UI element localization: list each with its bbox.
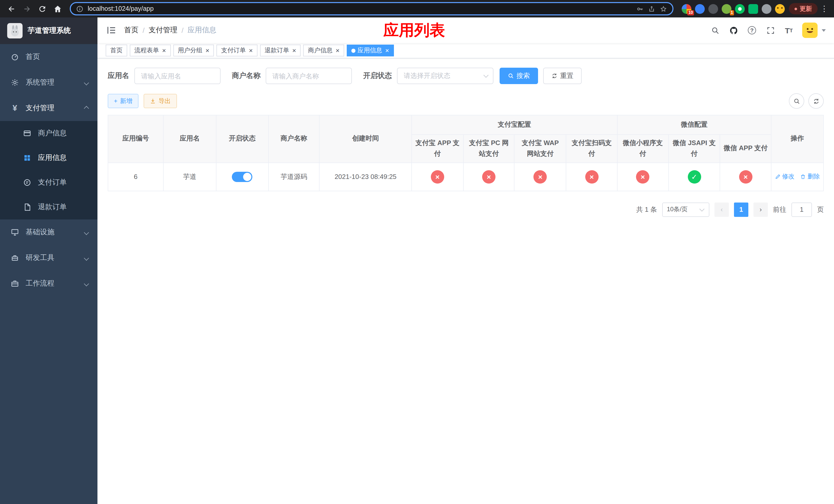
- help-icon[interactable]: ?: [747, 25, 757, 36]
- browser-chrome: localhost:1024/pay/app 10 1 更新 ⋮: [0, 0, 834, 18]
- bookmark-star-icon[interactable]: [660, 5, 667, 13]
- avatar[interactable]: [802, 23, 818, 38]
- tab-app-info[interactable]: 应用信息×: [347, 45, 394, 56]
- chevron-down-icon: [84, 230, 89, 235]
- app-title: 芋道管理系统: [28, 26, 71, 36]
- extension-wechat-icon[interactable]: [735, 4, 745, 14]
- extension-dark-icon[interactable]: [708, 4, 718, 14]
- tab-close-icon[interactable]: ×: [205, 47, 209, 54]
- sidebar-item-pay-order[interactable]: 支付订单: [0, 170, 97, 195]
- tab-close-icon[interactable]: ×: [249, 47, 253, 54]
- font-size-icon[interactable]: TT: [784, 25, 794, 36]
- sidebar-collapse-icon[interactable]: [106, 25, 117, 36]
- export-button[interactable]: 导出: [144, 94, 177, 108]
- breadcrumb-home[interactable]: 首页: [124, 26, 138, 35]
- extension-green-square-icon[interactable]: [748, 4, 758, 14]
- col-header-created: 创建时间: [320, 115, 412, 162]
- gear-icon: [10, 78, 20, 87]
- extension-drop-icon[interactable]: [695, 4, 705, 14]
- browser-update-button[interactable]: 更新: [789, 3, 818, 14]
- share-icon[interactable]: [648, 5, 656, 13]
- extension-avocado-icon[interactable]: 1: [722, 4, 731, 14]
- toggle-search-button[interactable]: [789, 93, 804, 109]
- config-status-icon: [687, 170, 701, 183]
- search-icon: [793, 98, 800, 104]
- extension-face-icon[interactable]: [775, 4, 785, 14]
- browser-home-button[interactable]: [50, 2, 65, 16]
- browser-forward-button[interactable]: [20, 2, 34, 16]
- tab-home[interactable]: 首页: [106, 45, 127, 56]
- col-header-alipay-app: 支付宝 APP 支付: [412, 135, 463, 162]
- cell-wx-app: [720, 162, 771, 191]
- status-select[interactable]: 请选择开启状态: [397, 68, 493, 84]
- page-size-select[interactable]: 10条/页: [662, 202, 709, 216]
- app-table: 应用编号 应用名 开启状态 商户名称 创建时间 支付宝配置 微信配置 操作 支付…: [108, 115, 824, 191]
- delete-button[interactable]: 删除: [800, 172, 820, 181]
- cell-alipay-wap: [514, 162, 566, 191]
- search-button[interactable]: 搜索: [500, 68, 538, 84]
- status-switch[interactable]: [232, 171, 253, 182]
- app-name-label: 应用名: [108, 71, 129, 81]
- next-page-button[interactable]: ›: [753, 202, 768, 216]
- config-status-icon: [534, 170, 547, 183]
- sidebar-item-pay[interactable]: ¥ 支付管理: [0, 95, 97, 121]
- browser-menu-icon[interactable]: ⋮: [819, 4, 830, 13]
- app-logo[interactable]: 芋道管理系统: [0, 18, 97, 44]
- plus-icon: +: [114, 97, 117, 105]
- password-key-icon[interactable]: [636, 5, 644, 13]
- col-header-status: 开启状态: [216, 115, 268, 162]
- merchant-name-input[interactable]: [266, 68, 352, 84]
- fullscreen-icon[interactable]: [765, 25, 775, 36]
- tab-user-group[interactable]: 用户分组×: [173, 45, 214, 56]
- browser-back-button[interactable]: [4, 2, 19, 16]
- add-button[interactable]: + 新增: [108, 94, 138, 108]
- chevron-down-icon[interactable]: [822, 29, 826, 31]
- tab-refund-order[interactable]: 退款订单×: [260, 45, 301, 56]
- sidebar-item-merchant-info[interactable]: 商户信息: [0, 121, 97, 145]
- update-dot-icon: [794, 7, 797, 10]
- col-header-id: 应用编号: [108, 115, 163, 162]
- sidebar-item-app-info[interactable]: 应用信息: [0, 145, 97, 170]
- logo-avatar: [7, 23, 23, 39]
- extension-puzzle-icon[interactable]: [762, 4, 771, 14]
- sidebar-item-infrastructure[interactable]: 基础设施: [0, 220, 97, 245]
- sidebar-item-refund-order[interactable]: 退款订单: [0, 195, 97, 220]
- refresh-table-button[interactable]: [808, 93, 824, 109]
- filter-form: 应用名 商户名称 开启状态 请选择开启状态 搜索 重置: [108, 68, 824, 84]
- page-unit-label: 页: [817, 205, 824, 214]
- tab-process-form[interactable]: 流程表单×: [130, 45, 171, 56]
- edit-button[interactable]: 修改: [775, 172, 794, 181]
- pagination-total: 共 1 条: [636, 205, 657, 214]
- sidebar-item-home[interactable]: 首页: [0, 44, 97, 70]
- sidebar-item-system[interactable]: 系统管理: [0, 70, 97, 95]
- sidebar-item-devtools[interactable]: 研发工具: [0, 245, 97, 271]
- url-text[interactable]: localhost:1024/pay/app: [88, 5, 154, 12]
- tab-merchant-info[interactable]: 商户信息×: [303, 45, 344, 56]
- search-icon[interactable]: [710, 25, 720, 36]
- tab-close-icon[interactable]: ×: [292, 47, 296, 54]
- extension-pinwheel-icon[interactable]: 10: [682, 4, 692, 14]
- page-content: 应用名 商户名称 开启状态 请选择开启状态 搜索 重置: [97, 59, 834, 504]
- breadcrumb-pay-manage[interactable]: 支付管理: [149, 26, 177, 35]
- app-name-input[interactable]: [134, 68, 221, 84]
- table-row: 6 芋道 芋道源码 2021-10-23 08:49:25: [108, 162, 824, 191]
- monitor-icon: [10, 228, 20, 237]
- address-bar[interactable]: localhost:1024/pay/app: [70, 2, 674, 15]
- tab-pay-order[interactable]: 支付订单×: [216, 45, 257, 56]
- config-status-icon: [739, 170, 752, 183]
- goto-page-input[interactable]: [791, 202, 812, 216]
- tab-close-icon[interactable]: ×: [162, 47, 166, 54]
- tab-close-icon[interactable]: ×: [336, 47, 339, 54]
- reset-button[interactable]: 重置: [543, 68, 581, 84]
- col-group-alipay: 支付宝配置: [412, 115, 617, 135]
- dashboard-icon: [10, 52, 20, 62]
- sidebar-item-workflow[interactable]: 工作流程: [0, 271, 97, 296]
- refresh-icon: [813, 98, 819, 104]
- prev-page-button[interactable]: ‹: [715, 202, 729, 216]
- site-info-icon[interactable]: [76, 5, 84, 13]
- tab-close-icon[interactable]: ×: [385, 47, 389, 54]
- browser-reload-button[interactable]: [35, 2, 49, 16]
- current-page-button[interactable]: 1: [734, 202, 748, 216]
- search-icon: [508, 73, 514, 79]
- github-icon[interactable]: [728, 25, 739, 36]
